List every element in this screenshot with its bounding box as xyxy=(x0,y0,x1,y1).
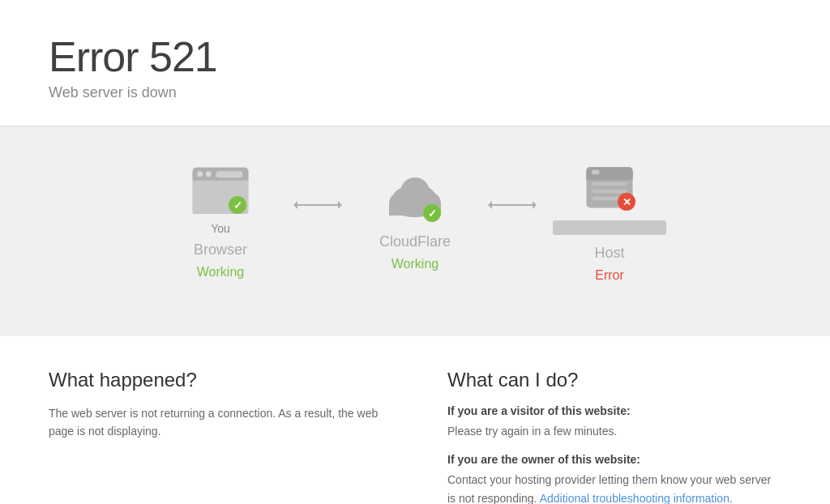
host-icon-wrapper: ✕ xyxy=(577,159,642,216)
arrow-browser-cloudflare xyxy=(285,197,350,213)
svg-point-13 xyxy=(400,177,430,207)
triangle-area xyxy=(0,323,830,336)
cloudflare-status: Working xyxy=(391,257,439,271)
host-node: ✕ Host Error xyxy=(545,159,674,283)
arrow-icon-2 xyxy=(488,197,537,213)
header: Error 521 Web server is down xyxy=(0,0,830,126)
what-happened-description: The web server is not returning a connec… xyxy=(49,404,383,441)
what-can-i-do-section: What can I do? If you are a visitor of t… xyxy=(447,369,781,504)
what-happened-section: What happened? The web server is not ret… xyxy=(49,369,383,504)
arrow-cloudflare-host xyxy=(480,197,545,213)
error-subtitle: Web server is down xyxy=(49,84,781,101)
visitor-text: Please try again in a few minutes. xyxy=(447,422,781,440)
host-status: Error xyxy=(595,268,624,283)
svg-marker-9 xyxy=(293,201,297,209)
host-bar xyxy=(553,220,666,235)
cloudflare-node: ✓ CloudFlare Working xyxy=(350,170,480,271)
svg-point-4 xyxy=(206,171,212,177)
cloudflare-icon-wrapper: ✓ xyxy=(383,170,447,227)
what-happened-title: What happened? xyxy=(49,369,383,391)
browser-status: Working xyxy=(197,265,244,280)
cloudflare-label: CloudFlare xyxy=(379,233,451,250)
browser-badge: ✓ xyxy=(229,196,246,214)
host-badge: ✕ xyxy=(618,193,635,211)
cloudflare-badge: ✓ xyxy=(423,204,441,222)
error-title: Error 521 xyxy=(49,32,781,81)
arrow-icon-1 xyxy=(293,197,342,213)
host-icon-area: ✕ xyxy=(553,159,666,238)
owner-text: Contact your hosting provider letting th… xyxy=(447,471,781,504)
browser-icon-wrapper: ✓ xyxy=(188,162,253,219)
svg-marker-8 xyxy=(338,201,342,209)
content-section: What happened? The web server is not ret… xyxy=(0,336,830,504)
svg-marker-16 xyxy=(533,201,537,209)
troubleshooting-link[interactable]: Additional troubleshooting information xyxy=(540,492,729,504)
browser-node: ✓ You Browser Working xyxy=(156,162,285,280)
host-label: Host xyxy=(594,245,624,262)
svg-marker-17 xyxy=(488,201,492,209)
owner-title: If you are the owner of this website: xyxy=(447,453,781,466)
svg-rect-23 xyxy=(592,189,627,193)
you-label: You xyxy=(211,222,230,235)
svg-rect-22 xyxy=(592,182,627,186)
svg-rect-5 xyxy=(216,171,242,177)
visitor-title: If you are a visitor of this website: xyxy=(447,404,781,417)
svg-rect-21 xyxy=(592,169,599,174)
browser-label: Browser xyxy=(194,241,247,258)
what-can-i-do-title: What can I do? xyxy=(447,369,781,391)
diagram-row: ✓ You Browser Working xyxy=(131,159,699,283)
triangle-pointer xyxy=(404,323,426,336)
svg-point-3 xyxy=(197,171,203,177)
diagram-section: ✓ You Browser Working xyxy=(0,126,830,323)
